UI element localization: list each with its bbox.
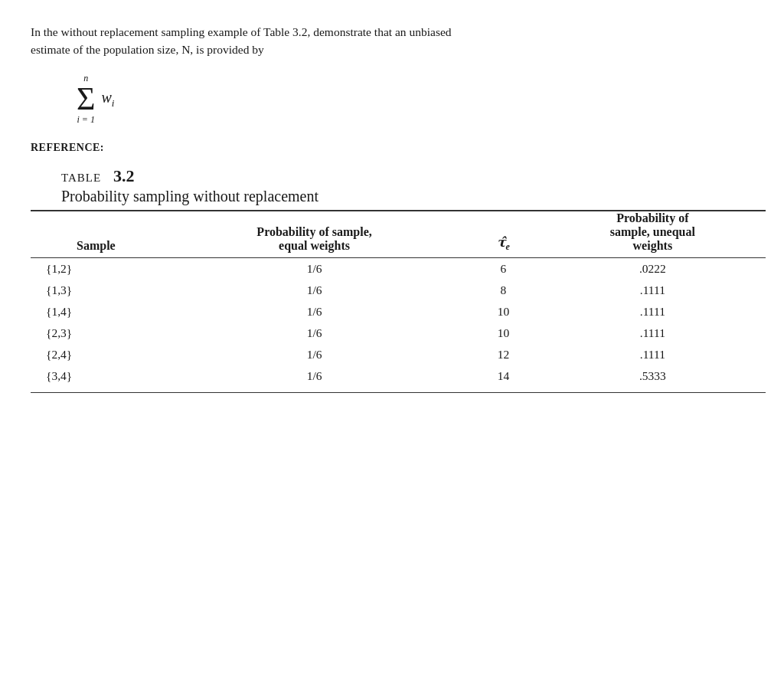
intro-text-line2: estimate of the population size, N, is p… — [31, 43, 264, 56]
col4-line2: sample, unequal — [610, 225, 695, 238]
cell-sample-1: {1,3} — [31, 280, 162, 301]
intro-text-line1: In the without replacement sampling exam… — [31, 25, 452, 38]
cell-sample-0: {1,2} — [31, 258, 162, 280]
table-row: {1,4} 1/6 10 .1111 — [31, 301, 766, 322]
cell-tau-5: 14 — [467, 365, 539, 391]
cell-sample-3: {2,3} — [31, 322, 162, 344]
cell-prob-unequal-1: .1111 — [540, 280, 766, 301]
cell-tau-2: 10 — [467, 301, 539, 322]
table-row: {2,3} 1/6 10 .1111 — [31, 322, 766, 344]
cell-sample-5: {3,4} — [31, 365, 162, 391]
table-number: 3.2 — [113, 166, 135, 185]
cell-sample-2: {1,4} — [31, 301, 162, 322]
cell-prob-unequal-2: .1111 — [540, 301, 766, 322]
cell-prob-unequal-3: .1111 — [540, 322, 766, 344]
formula-block: n Σ i = 1 wi — [77, 73, 114, 126]
formula-term: wi — [101, 88, 114, 110]
table-section: TABLE 3.2 Probability sampling without r… — [31, 166, 766, 393]
col-header-prob-unequal: Probability of sample, unequal weights — [540, 211, 766, 258]
intro-paragraph: In the without replacement sampling exam… — [31, 23, 753, 59]
cell-prob-unequal-4: .1111 — [540, 344, 766, 365]
col4-line3: weights — [633, 239, 673, 252]
cell-tau-0: 6 — [467, 258, 539, 280]
table-subtitle: Probability sampling without replacement — [61, 188, 766, 205]
reference-label: REFERENCE: — [31, 142, 753, 154]
table-header-row1: Sample Probability of sample, equal weig… — [31, 211, 766, 258]
cell-prob-unequal-5: .5333 — [540, 365, 766, 391]
cell-prob-unequal-0: .0222 — [540, 258, 766, 280]
cell-tau-1: 8 — [467, 280, 539, 301]
col2-line1: Probability of sample, — [256, 225, 371, 238]
table-row: {3,4} 1/6 14 .5333 — [31, 365, 766, 391]
col-header-tau: τ̂e — [467, 211, 539, 258]
col-header-prob-equal: Probability of sample, equal weights — [162, 211, 468, 258]
table-row: {1,3} 1/6 8 .1111 — [31, 280, 766, 301]
cell-prob-equal-4: 1/6 — [162, 344, 468, 365]
cell-prob-equal-1: 1/6 — [162, 280, 468, 301]
table-bottom-rule — [31, 392, 766, 393]
sigma-lower-limit: i = 1 — [77, 114, 95, 125]
col-header-sample: Sample — [31, 211, 162, 258]
sigma-symbol: Σ — [77, 85, 95, 114]
table-body: {1,2} 1/6 6 .0222 {1,3} 1/6 8 .1111 {1,4… — [31, 258, 766, 391]
cell-tau-3: 10 — [467, 322, 539, 344]
cell-prob-equal-3: 1/6 — [162, 322, 468, 344]
table-row: {2,4} 1/6 12 .1111 — [31, 344, 766, 365]
col4-line1: Probability of — [616, 211, 688, 224]
cell-prob-equal-2: 1/6 — [162, 301, 468, 322]
table-word: TABLE — [61, 172, 101, 184]
cell-prob-equal-5: 1/6 — [162, 365, 468, 391]
table-row: {1,2} 1/6 6 .0222 — [31, 258, 766, 280]
cell-sample-4: {2,4} — [31, 344, 162, 365]
sigma-limits: n Σ i = 1 — [77, 73, 95, 126]
cell-tau-4: 12 — [467, 344, 539, 365]
col2-line2: equal weights — [279, 239, 350, 252]
table-title: TABLE 3.2 — [61, 166, 766, 186]
data-table: Sample Probability of sample, equal weig… — [31, 211, 766, 391]
cell-prob-equal-0: 1/6 — [162, 258, 468, 280]
